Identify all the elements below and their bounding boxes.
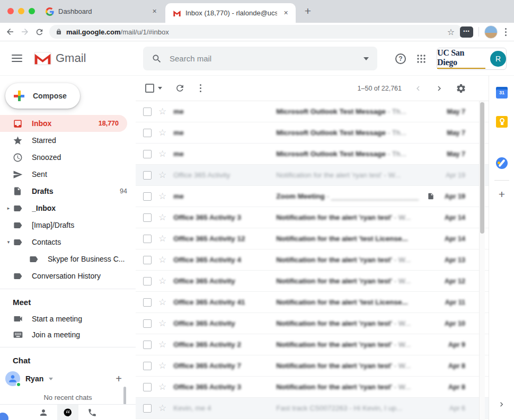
sidebar-item-snoozed[interactable]: Snoozed (0, 149, 136, 166)
star-toggle-icon[interactable]: ☆ (158, 319, 166, 328)
list-scrollbar-track[interactable] (479, 101, 485, 420)
sidebar-item-contacts[interactable]: ▾ Contacts (0, 234, 136, 251)
list-scrollbar-thumb[interactable] (480, 102, 484, 234)
email-checkbox[interactable] (143, 256, 152, 264)
main-menu-icon[interactable] (12, 55, 22, 62)
close-tab-icon[interactable]: × (281, 8, 290, 17)
email-checkbox[interactable] (143, 150, 152, 158)
star-toggle-icon[interactable]: ☆ (158, 255, 166, 264)
email-row[interactable]: ☆ me Microsoft Outlook Test Message - Th… (136, 122, 489, 144)
account-button[interactable]: UC San Diego R (437, 48, 507, 70)
compose-button[interactable]: Compose (5, 83, 80, 109)
browser-profile-avatar[interactable] (484, 25, 498, 39)
star-toggle-icon[interactable]: ☆ (158, 340, 166, 349)
minimize-window-button[interactable] (18, 8, 24, 14)
search-input[interactable]: Search mail (143, 47, 377, 70)
chat-scrollbar[interactable] (123, 387, 126, 405)
sidebar-item-inbox[interactable]: Inbox 18,770 (0, 115, 127, 132)
email-row[interactable]: ☆ Office 365 Activity 3 Notification for… (136, 207, 489, 228)
sidebar-item-sent[interactable]: Sent (0, 166, 136, 183)
star-toggle-icon[interactable]: ☆ (158, 298, 166, 307)
star-toggle-icon[interactable]: ☆ (158, 382, 166, 391)
chat-status-chevron-down-icon[interactable] (49, 378, 53, 380)
contacts-tab-person-icon[interactable] (33, 405, 54, 420)
select-all-checkbox[interactable] (145, 84, 154, 93)
email-row[interactable]: ☆ Office 365 Activity Notification for t… (136, 271, 489, 292)
sidebar-item-skype-for-business-c[interactable]: Skype for Business C... (0, 251, 136, 267)
tab-inbox[interactable]: Inbox (18,770) - rlalonde@ucsd × (165, 3, 296, 23)
email-checkbox[interactable] (143, 341, 152, 349)
star-toggle-icon[interactable]: ☆ (158, 276, 166, 285)
older-page-chevron-right-icon[interactable] (435, 84, 444, 93)
email-row[interactable]: ☆ Office 365 Activity 4 Notification for… (136, 249, 489, 271)
email-row[interactable]: ☆ Office 365 Activity Notification for t… (136, 313, 489, 334)
help-icon[interactable]: ? (395, 53, 406, 64)
back-icon[interactable] (5, 27, 15, 37)
tasks-icon[interactable] (496, 157, 508, 169)
star-toggle-icon[interactable]: ☆ (158, 171, 166, 180)
star-toggle-icon[interactable]: ☆ (158, 192, 166, 201)
email-row[interactable]: ☆ Office 365 Activity 3 Notification for… (136, 377, 489, 398)
more-options-icon[interactable] (198, 83, 203, 93)
sidebar-item-inbox[interactable]: ▸ _Inbox (0, 200, 136, 217)
email-row[interactable]: ☆ Office 365 Activity 12 Notification fo… (136, 228, 489, 249)
refresh-icon[interactable] (175, 83, 185, 93)
extension-icon[interactable]: ••• (460, 26, 473, 38)
account-avatar[interactable]: R (490, 51, 506, 67)
address-bar[interactable]: mail.google.com/mail/u/1/#inbox (49, 25, 463, 39)
sidebar-item-drafts[interactable]: Drafts 94 (0, 183, 136, 200)
expander[interactable]: ▾ (4, 239, 13, 245)
hangouts-tab-icon[interactable] (57, 405, 78, 420)
keep-icon[interactable] (496, 116, 508, 128)
email-checkbox[interactable] (143, 298, 152, 307)
sidebar-item-imap-drafts[interactable]: [Imap]/Drafts (0, 217, 136, 234)
email-checkbox[interactable] (143, 362, 152, 370)
email-checkbox[interactable] (143, 108, 152, 116)
new-chat-button[interactable]: + (116, 373, 122, 385)
email-row[interactable]: ☆ Office 365 Activity Notification for t… (136, 165, 489, 186)
newer-page-chevron-left-icon[interactable] (413, 84, 423, 93)
email-checkbox[interactable] (143, 277, 152, 285)
tab-dashboard[interactable]: Dashboard × (40, 0, 163, 23)
email-checkbox[interactable] (143, 235, 152, 243)
select-options-chevron-down-icon[interactable] (158, 87, 162, 90)
email-row[interactable]: ☆ Kevin, me 4 Fast track CS0072263 - Hi … (136, 398, 489, 419)
expander[interactable]: ▸ (4, 205, 13, 211)
add-addon-plus-icon[interactable]: + (496, 188, 508, 201)
star-toggle-icon[interactable]: ☆ (158, 107, 166, 116)
collapse-panel-chevron-right-icon[interactable] (497, 400, 506, 409)
star-toggle-icon[interactable]: ☆ (158, 213, 166, 222)
email-checkbox[interactable] (143, 213, 152, 222)
email-checkbox[interactable] (143, 383, 152, 391)
email-checkbox[interactable] (143, 192, 152, 201)
email-row[interactable]: ☆ me Zoom Meeting - ____________________… (136, 186, 489, 207)
star-toggle-icon[interactable]: ☆ (158, 128, 166, 137)
email-checkbox[interactable] (143, 129, 152, 137)
browser-menu-icon[interactable] (503, 27, 509, 37)
apps-grid-icon[interactable] (416, 54, 426, 64)
new-tab-button[interactable]: + (301, 5, 315, 19)
zoom-window-button[interactable] (29, 8, 35, 14)
star-toggle-icon[interactable]: ☆ (158, 149, 166, 158)
star-toggle-icon[interactable]: ☆ (158, 404, 166, 413)
star-toggle-icon[interactable]: ☆ (158, 234, 166, 243)
meet-item-start-a-meeting[interactable]: Start a meeting (0, 311, 136, 327)
star-toggle-icon[interactable]: ☆ (158, 361, 166, 370)
email-checkbox[interactable] (143, 319, 152, 328)
sidebar-item-starred[interactable]: Starred (0, 132, 136, 149)
email-checkbox[interactable] (143, 404, 152, 413)
forward-icon[interactable] (20, 27, 30, 37)
email-checkbox[interactable] (143, 171, 152, 180)
email-row[interactable]: ☆ Office 365 Activity 41 Notification fo… (136, 292, 489, 313)
calendar-icon[interactable]: 31 (496, 87, 508, 99)
email-row[interactable]: ☆ Office 365 Activity 2 Notification for… (136, 334, 489, 355)
settings-gear-icon[interactable] (456, 83, 466, 94)
email-row[interactable]: ☆ me Microsoft Outlook Test Message - Th… (136, 144, 489, 165)
chat-user-row[interactable]: Ryan + (0, 369, 136, 388)
bookmark-star-icon[interactable]: ☆ (447, 27, 455, 37)
reload-icon[interactable] (35, 28, 44, 37)
close-tab-icon[interactable]: × (150, 7, 159, 16)
phone-tab-icon[interactable] (82, 405, 103, 420)
sidebar-item-conversation-history[interactable]: Conversation History (0, 267, 136, 284)
gmail-logo[interactable]: Gmail (34, 51, 86, 65)
